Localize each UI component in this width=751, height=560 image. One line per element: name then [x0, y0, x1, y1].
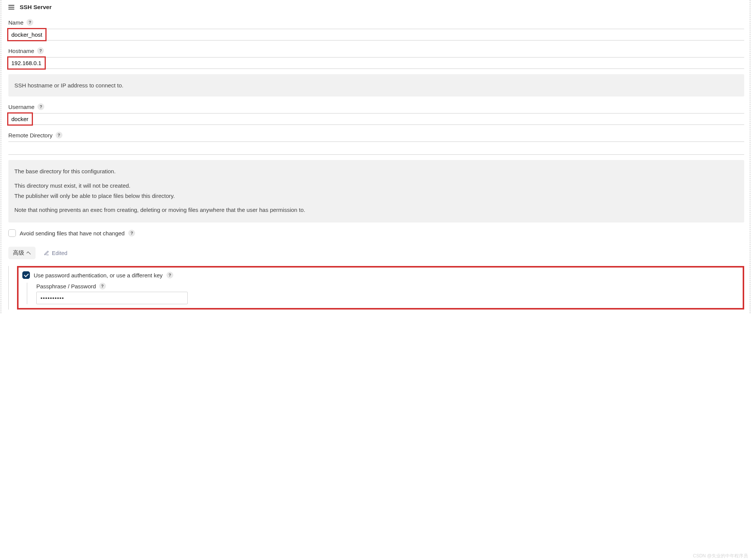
use-password-checkbox[interactable]: [22, 271, 30, 279]
advanced-section: Use password authentication, or use a di…: [8, 266, 744, 310]
username-label: Username: [8, 104, 34, 110]
hostname-highlight: [7, 56, 46, 70]
name-input[interactable]: [8, 29, 45, 40]
avoid-unchanged-checkbox[interactable]: [8, 229, 16, 237]
help-icon[interactable]: ?: [37, 47, 44, 54]
field-use-password-auth: Use password authentication, or use a di…: [22, 271, 737, 279]
name-label: Name: [8, 19, 23, 26]
advanced-toggle-row: 高级 Edited: [7, 247, 744, 259]
help-icon[interactable]: ?: [166, 272, 173, 278]
username-input[interactable]: [8, 114, 32, 124]
avoid-unchanged-label: Avoid sending files that have not change…: [20, 230, 124, 236]
username-highlight: [7, 112, 33, 126]
remote-dir-help-line: The publisher will only be able to place…: [14, 191, 738, 200]
field-username: Username ?: [7, 103, 744, 125]
help-icon[interactable]: ?: [37, 103, 44, 110]
remote-dir-help: The base directory for this configuratio…: [8, 160, 744, 222]
help-icon[interactable]: ?: [99, 283, 106, 289]
field-remote-directory: Remote Directory ? The base directory fo…: [7, 132, 744, 222]
pencil-icon: [44, 250, 49, 256]
remote-dir-help-line: This directory must exist, it will not b…: [14, 181, 738, 190]
section-header: SSH Server: [7, 4, 744, 11]
edited-label: Edited: [52, 250, 67, 256]
edited-indicator: Edited: [44, 250, 67, 256]
remote-dir-input[interactable]: [8, 142, 744, 155]
hostname-help: SSH hostname or IP address to connect to…: [8, 74, 744, 96]
use-password-label: Use password authentication, or use a di…: [34, 272, 163, 278]
menu-icon[interactable]: [8, 5, 14, 9]
help-icon[interactable]: ?: [128, 230, 135, 236]
hostname-input[interactable]: [8, 58, 45, 68]
advanced-toggle-label: 高级: [13, 249, 24, 257]
remote-dir-help-line: Note that nothing prevents an exec from …: [14, 205, 738, 214]
hostname-label: Hostname: [8, 48, 34, 54]
field-name: Name ?: [7, 19, 744, 40]
chevron-up-icon: [26, 252, 31, 256]
auth-highlight: Use password authentication, or use a di…: [17, 266, 744, 310]
passphrase-label: Passphrase / Password: [36, 283, 96, 289]
field-passphrase: Passphrase / Password ?: [27, 283, 737, 304]
help-icon[interactable]: ?: [26, 19, 33, 26]
remote-dir-label: Remote Directory: [8, 132, 53, 138]
name-highlight: [7, 28, 47, 41]
remote-dir-help-line: The base directory for this configuratio…: [14, 167, 738, 176]
passphrase-input[interactable]: [36, 292, 188, 304]
hostname-help-text: SSH hostname or IP address to connect to…: [14, 82, 123, 89]
field-avoid-unchanged: Avoid sending files that have not change…: [7, 229, 744, 237]
field-hostname: Hostname ? SSH hostname or IP address to…: [7, 47, 744, 96]
help-icon[interactable]: ?: [56, 132, 62, 138]
section-title: SSH Server: [20, 4, 51, 11]
advanced-toggle-button[interactable]: 高级: [8, 247, 36, 259]
